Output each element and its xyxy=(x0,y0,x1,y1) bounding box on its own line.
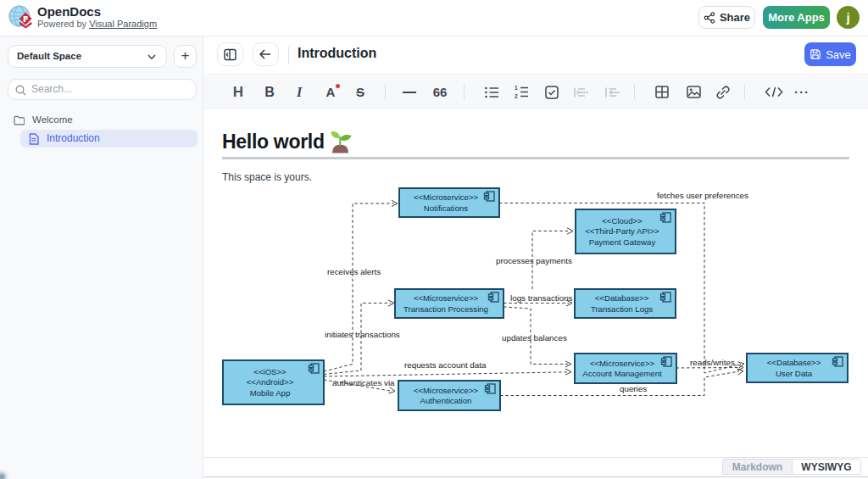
svg-text:<<iOS>>: <<iOS>> xyxy=(253,367,287,376)
svg-text:User Data: User Data xyxy=(776,369,813,378)
svg-text:authenticates via: authenticates via xyxy=(332,378,395,387)
svg-text:Mobile App: Mobile App xyxy=(250,388,290,398)
svg-text:Payment Gateway: Payment Gateway xyxy=(589,237,656,247)
svg-text:Authentication: Authentication xyxy=(420,396,472,405)
svg-text:<<Cloud>>: <<Cloud>> xyxy=(602,216,643,226)
svg-text:<<Microservice>>: <<Microservice>> xyxy=(590,359,655,368)
svg-text:Account Management: Account Management xyxy=(582,369,662,378)
svg-text:<<Database>>: <<Database>> xyxy=(767,358,821,367)
svg-text:fetches user preferences: fetches user preferences xyxy=(657,191,748,200)
svg-text:queries: queries xyxy=(620,384,647,393)
svg-text:<<Microservice>>: <<Microservice>> xyxy=(414,192,479,202)
svg-text:reads/writes: reads/writes xyxy=(690,358,735,367)
svg-text:Notifications: Notifications xyxy=(424,203,468,213)
svg-text:<<Android>>: <<Android>> xyxy=(247,377,294,387)
svg-text:requests account data: requests account data xyxy=(404,360,487,370)
svg-text:Transaction Logs: Transaction Logs xyxy=(591,304,653,314)
svg-text:logs transactions: logs transactions xyxy=(510,293,573,303)
svg-text:<<Microservice>>: <<Microservice>> xyxy=(414,386,479,395)
svg-text:updates balances: updates balances xyxy=(502,333,567,343)
svg-text:receives alerts: receives alerts xyxy=(327,267,381,276)
svg-text:<<Third-Party API>>: <<Third-Party API>> xyxy=(585,226,659,236)
svg-text:processes payments: processes payments xyxy=(496,256,572,265)
svg-text:<<Database>>: <<Database>> xyxy=(595,293,649,303)
svg-text:Transaction Processing: Transaction Processing xyxy=(403,304,488,314)
svg-text:<<Microservice>>: <<Microservice>> xyxy=(414,293,479,303)
svg-text:initiates transactions: initiates transactions xyxy=(325,330,400,339)
